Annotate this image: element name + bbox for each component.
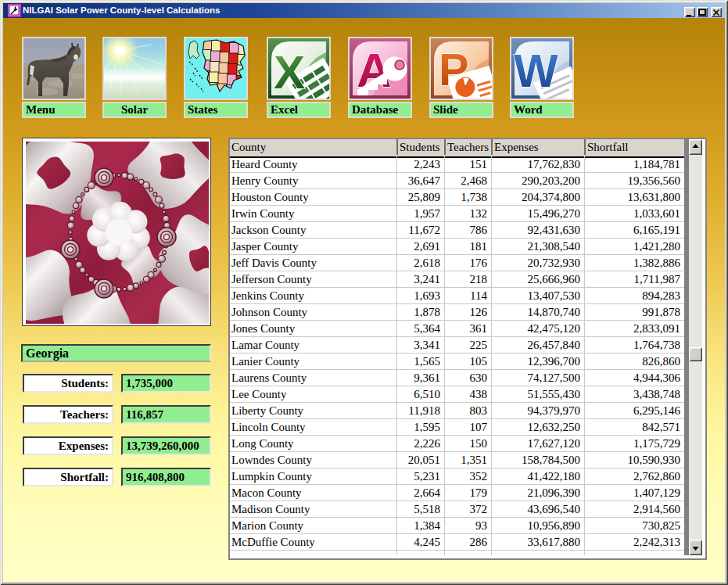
svg-text:W: W [514,45,558,97]
svg-text:P: P [439,44,469,95]
svg-text:X: X [274,46,305,99]
